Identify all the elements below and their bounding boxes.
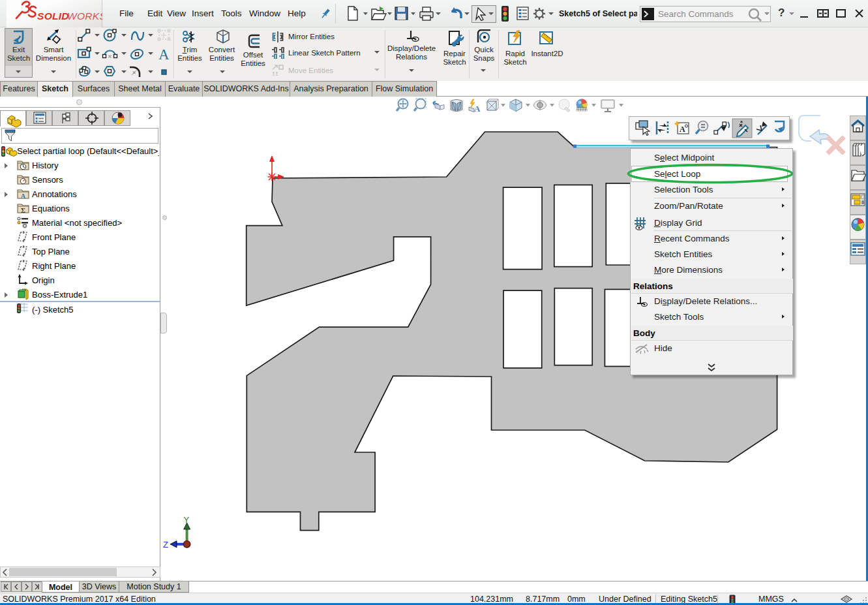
- svg-text:Σ: Σ: [21, 207, 25, 214]
- svg-text:WORKS: WORKS: [67, 10, 102, 22]
- svg-text:Y: Y: [184, 515, 190, 525]
- svg-text:Z: Z: [163, 540, 168, 550]
- svg-text:A: A: [474, 104, 481, 114]
- svg-text:SOLID: SOLID: [37, 10, 69, 22]
- svg-text:A: A: [680, 125, 685, 134]
- svg-text:A: A: [158, 46, 170, 63]
- svg-text:A: A: [21, 192, 26, 200]
